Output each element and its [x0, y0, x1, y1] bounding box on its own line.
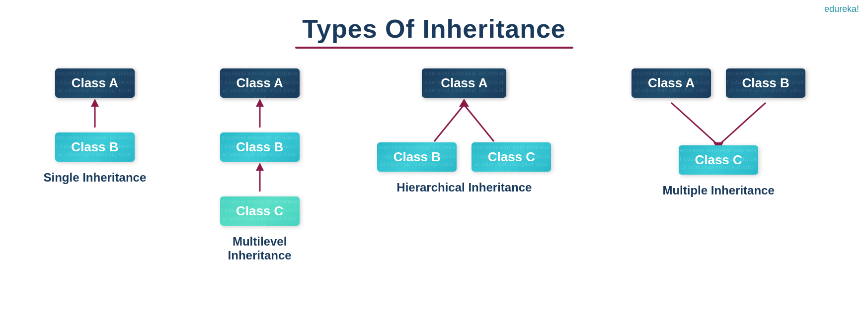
hierarchical-class-a: Class A [422, 68, 506, 98]
svg-marker-3 [256, 99, 264, 107]
single-arrow [85, 98, 105, 132]
hierarchical-inheritance-diagram: Class A Class B Class C [370, 68, 558, 194]
multiple-class-b: Class B [726, 68, 805, 98]
multilevel-arrow-2 [250, 162, 270, 196]
hierarchical-class-b: Class B [377, 142, 457, 172]
single-class-b: Class B [55, 132, 135, 162]
svg-marker-5 [256, 163, 264, 171]
svg-marker-1 [91, 99, 99, 107]
page-title: Types Of Inheritance [0, 0, 868, 44]
single-inheritance-label: Single Inheritance [44, 171, 147, 185]
svg-line-12 [718, 103, 766, 145]
multilevel-class-c: Class C [220, 196, 300, 226]
multilevel-inheritance-label: Multilevel Inheritance [200, 235, 319, 262]
hierarchical-inheritance-label: Hierarchical Inheritance [396, 181, 532, 194]
title-underline [295, 47, 573, 49]
edureka-brand: edureka! [824, 4, 859, 14]
multilevel-inheritance-diagram: Class A Class B Class C Multilevel Inher… [200, 68, 319, 262]
hierarchical-class-c: Class C [472, 142, 551, 172]
multiple-class-c: Class C [679, 145, 758, 175]
multiple-inheritance-label: Multiple Inheritance [662, 184, 774, 197]
hierarchical-arrows [385, 98, 544, 147]
multilevel-arrow-1 [250, 98, 270, 132]
svg-line-8 [464, 105, 494, 141]
svg-line-6 [434, 105, 464, 141]
multiple-inheritance-diagram: Class A Class B Class C Multipl [609, 68, 828, 197]
svg-line-10 [671, 103, 718, 145]
multilevel-class-a: Class A [220, 68, 300, 98]
single-inheritance-diagram: Class A Class B Single Inheritance [40, 68, 150, 185]
multiple-class-a: Class A [631, 68, 711, 98]
single-class-a: Class A [55, 68, 135, 98]
multiple-arrows [624, 98, 813, 152]
multilevel-class-b: Class B [220, 132, 300, 162]
